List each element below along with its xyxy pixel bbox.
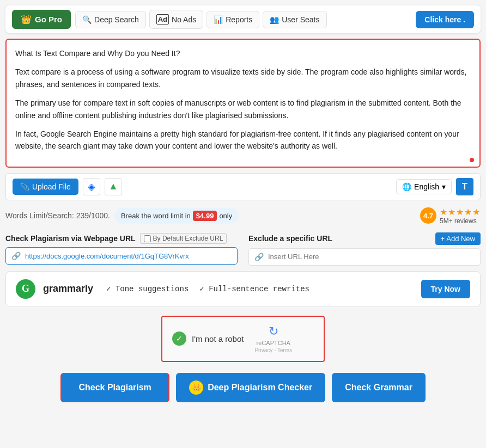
gdrive-icon: ▲ [108,181,118,192]
text-format-button[interactable]: T [456,178,473,195]
exclude-url-checkbox[interactable] [144,235,151,242]
no-ads-icon: Ad [156,14,169,24]
upload-icon: 📎 [20,182,29,191]
grammarly-feature2: ✓ Full-sentence rewrites [199,284,309,293]
text-content-area[interactable]: What Is Text Compare and Why Do you Need… [5,39,481,168]
globe-icon: 🌐 [402,182,411,191]
star-rating: ★★★★★ [440,207,481,217]
text-para3: In fact, Google Search Engine maintains … [15,128,471,152]
grammarly-try-now-button[interactable]: Try Now [421,280,470,298]
text-para1: Text compare is a process of using a sof… [15,66,471,90]
reviews-text: 5M+ reviews [440,217,481,225]
text-heading: What Is Text Compare and Why Do you Need… [15,47,471,59]
add-new-button[interactable]: + Add New [435,232,481,245]
text-para2: The primary use for compare text in soft… [15,97,471,121]
exclude-url-section: Exclude a specific URL + Add New 🔗 [248,232,481,266]
words-limit-row: Words Limit/Search: 239/1000. Break the … [5,205,481,227]
exclude-label-row: Exclude a specific URL + Add New [248,232,481,245]
url-row: Check Plagiarism via Webpage URL By Defa… [5,232,481,266]
reports-nav[interactable]: 📊 Reports [206,11,259,28]
no-ads-nav[interactable]: Ad No Ads [149,10,203,29]
gdrive-button[interactable]: ▲ [105,178,122,195]
webpage-url-label: Check Plagiarism via Webpage URL [5,234,136,243]
go-pro-button[interactable]: 👑 Go Pro [12,10,71,29]
check-plagiarism-button[interactable]: Check Plagiarism [60,373,169,402]
reports-icon: 📊 [214,15,223,24]
deep-plagiarism-button[interactable]: 👑 Deep Plagiarism Checker [176,373,325,402]
url-label-row: Check Plagiarism via Webpage URL By Defa… [5,233,238,244]
header-bar: 👑 Go Pro 🔍 Deep Search Ad No Ads 📊 Repor… [5,5,481,33]
recaptcha-icon: ↻ [269,324,278,339]
nav-items: 🔍 Deep Search Ad No Ads 📊 Reports 👥 User… [75,10,474,29]
click-here-button[interactable]: Click here . [416,11,474,28]
deep-search-nav[interactable]: 🔍 Deep Search [75,11,146,28]
grammarly-banner: G grammarly ✓ Tone suggestions ✓ Full-se… [5,271,481,307]
exclude-url-checkbox-label[interactable]: By Default Exclude URL [140,233,227,244]
grammarly-logo: G [16,279,35,299]
grammarly-feature1: ✓ Tone suggestions [106,284,189,293]
toolbar-row: 📎 Upload File ◈ ▲ 🌐 English ▾ T [5,173,481,200]
recaptcha-brand: reCAPTCHA [257,340,290,346]
deep-crown-icon: 👑 [189,381,203,395]
exclude-url-label: Exclude a specific URL [248,234,332,243]
recaptcha-box: ✓ I'm not a robot ↻ reCAPTCHA Privacy - … [161,316,325,362]
not-a-robot-label: I'm not a robot [192,334,244,343]
webpage-url-input-box: 🔗 [5,247,238,265]
chevron-down-icon: ▾ [442,182,446,191]
exclude-link-icon: 🔗 [254,253,264,261]
check-grammar-button[interactable]: Check Grammar [332,373,426,402]
recaptcha-logo: ↻ reCAPTCHA Privacy - Terms [254,324,292,353]
user-seats-nav[interactable]: 👥 User Seats [263,11,326,28]
rating-number: 4.7 [420,207,436,224]
bottom-buttons: Check Plagiarism 👑 Deep Plagiarism Check… [5,373,481,402]
crown-icon: 👑 [21,14,32,24]
upload-file-button[interactable]: 📎 Upload File [13,179,78,195]
recaptcha-privacy: Privacy - Terms [254,347,292,353]
dropbox-button[interactable]: ◈ [83,178,100,195]
recaptcha-checkmark: ✓ [172,332,186,346]
exclude-url-input-box: 🔗 [248,248,481,266]
webpage-url-input[interactable] [25,252,232,260]
exclude-url-input[interactable] [268,253,475,261]
price-badge[interactable]: $4.99 [193,211,217,221]
user-seats-icon: 👥 [270,15,279,24]
recaptcha-section: ✓ I'm not a robot ↻ reCAPTCHA Privacy - … [5,316,481,362]
search-icon: 🔍 [82,15,92,24]
grammarly-features: ✓ Tone suggestions ✓ Full-sentence rewri… [106,284,309,293]
break-limit-pill: Break the word limit in $4.99 only [114,208,239,224]
webpage-url-section: Check Plagiarism via Webpage URL By Defa… [5,233,238,265]
language-selector[interactable]: 🌐 English ▾ [396,179,452,194]
format-icon: T [462,182,467,192]
dropbox-icon: ◈ [88,181,95,193]
red-dot-indicator [470,158,474,162]
robot-check: ✓ I'm not a robot [172,332,244,346]
link-icon: 🔗 [11,251,21,260]
grammarly-name: grammarly [43,283,93,294]
rating-block: 4.7 ★★★★★ 5M+ reviews [420,207,481,225]
words-limit-text: Words Limit/Search: 239/1000. [5,211,110,220]
